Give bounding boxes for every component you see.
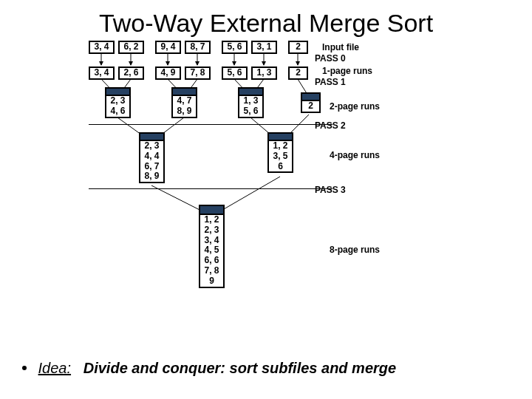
p2-box-1: 1, 23, 56 — [267, 140, 293, 173]
p1-box-1: 4, 78, 9 — [171, 95, 197, 118]
label-2page: 2-page runs — [330, 101, 380, 112]
p1-box-2: 1, 35, 6 — [238, 95, 264, 118]
input-box-1: 6, 2 — [118, 41, 144, 54]
input-box-4: 5, 6 — [222, 41, 248, 54]
p0-box-6: 2 — [288, 66, 308, 80]
input-box-6: 2 — [288, 41, 308, 54]
svg-line-19 — [219, 177, 280, 212]
bullet-idea: Idea: Divide and conquer: sort subfiles … — [22, 360, 396, 377]
p0-box-4: 5, 6 — [222, 66, 248, 80]
p0-box-2: 4, 9 — [155, 66, 181, 80]
label-pass1: PASS 1 — [315, 77, 346, 87]
label-8page: 8-page runs — [330, 245, 380, 255]
label-4page: 4-page runs — [330, 150, 380, 160]
input-box-2: 9, 4 — [155, 41, 181, 54]
label-pass2: PASS 2 — [315, 120, 346, 131]
label-input: Input file — [322, 42, 359, 52]
svg-line-18 — [151, 185, 204, 212]
label-1page: 1-page runs — [322, 66, 372, 76]
input-box-5: 3, 1 — [251, 41, 277, 54]
merge-sort-diagram: 3, 4 6, 2 9, 4 8, 7 5, 6 3, 1 2 3, 4 2, … — [89, 41, 399, 336]
divider-1 — [89, 124, 332, 125]
label-pass0: PASS 0 — [315, 53, 346, 64]
p1-box-0: 2, 34, 6 — [105, 95, 131, 118]
input-box-3: 8, 7 — [185, 41, 211, 54]
label-pass3: PASS 3 — [315, 185, 346, 195]
p0-box-5: 1, 3 — [251, 66, 277, 80]
p0-box-1: 2, 6 — [118, 66, 144, 80]
bullet-dot-icon — [22, 366, 27, 370]
p0-box-0: 3, 4 — [89, 66, 115, 80]
idea-text: Divide and conquer: sort subfiles and me… — [83, 360, 396, 376]
title: Two-Way External Merge Sort — [0, 0, 532, 38]
p0-box-3: 7, 8 — [185, 66, 211, 80]
p1-box-3: 2 — [301, 100, 321, 113]
p3-box-0: 1, 22, 33, 44, 56, 67, 89 — [199, 214, 225, 288]
divider-2 — [89, 188, 332, 189]
input-box-0: 3, 4 — [89, 41, 115, 54]
p2-box-0: 2, 34, 46, 78, 9 — [139, 140, 165, 183]
idea-label: Idea: — [38, 360, 71, 376]
